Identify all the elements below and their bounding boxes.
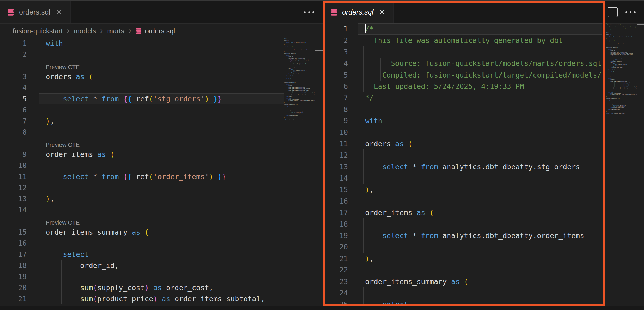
code-row[interactable]: 14 <box>323 172 602 184</box>
code-row[interactable]: 7*/ <box>323 92 602 103</box>
code-row[interactable]: 14 <box>0 204 284 216</box>
code-line: with <box>358 115 602 126</box>
line-number: 12 <box>0 182 39 193</box>
code-row[interactable]: 19 select * from analytics.dbt_dbeatty.o… <box>323 230 602 241</box>
code-line: order_items as ( <box>39 149 284 160</box>
code-row[interactable]: 16 <box>323 195 602 207</box>
code-row[interactable]: 12 <box>0 182 284 193</box>
code-row[interactable]: 19 <box>0 271 284 282</box>
line-number: 13 <box>323 161 358 172</box>
code-row[interactable]: 22 <box>323 264 602 276</box>
split-editor-icon[interactable] <box>608 7 618 17</box>
line-number: 21 <box>0 293 39 304</box>
code-line <box>358 287 602 299</box>
code-row[interactable]: 6 Last updated: 5/24/2025, 4:19:33 PM <box>323 81 602 92</box>
code-row[interactable]: 15), <box>323 184 602 195</box>
line-number: 10 <box>323 127 358 138</box>
code-row[interactable]: 10 <box>0 160 284 171</box>
code-line <box>358 241 602 253</box>
code-row[interactable]: 11orders as ( <box>323 138 602 149</box>
breadcrumb-item-fusion-quickstart[interactable]: fusion-quickstart <box>13 27 63 35</box>
code-row[interactable]: 20 sum(supply_cost) as order_cost, <box>0 282 284 293</box>
line-number: 1 <box>323 23 358 35</box>
code-row[interactable]: 24 <box>323 287 602 299</box>
code-row[interactable]: 23order_items_summary as ( <box>323 276 602 287</box>
code-row[interactable]: 13), <box>0 193 284 204</box>
line-number: 7 <box>323 92 358 103</box>
line-number: 19 <box>0 271 39 282</box>
code-row[interactable]: 2 <box>0 49 284 60</box>
code-row[interactable]: 18 <box>323 218 602 230</box>
close-icon[interactable]: ✕ <box>55 8 64 17</box>
code-row[interactable]: 7), <box>0 116 284 127</box>
chevron-right-icon: › <box>100 26 103 34</box>
code-row[interactable]: 1with <box>0 38 284 49</box>
code-row[interactable]: 3orders as ( <box>0 71 284 82</box>
code-row[interactable]: 11 select * from {{ ref('order_items') }… <box>0 171 284 182</box>
code-row[interactable]: 13 select * from analytics.dbt_dbeatty.s… <box>323 161 602 172</box>
code-line: select * from {{ ref('order_items') }} <box>39 171 284 182</box>
tab-orders-sql-preview[interactable]: orders.sql ✕ <box>323 1 394 23</box>
code-row[interactable]: 21 sum(product_price) as order_items_sub… <box>0 293 284 304</box>
code-line <box>39 271 284 282</box>
code-line <box>358 127 602 138</box>
line-number: 21 <box>323 253 358 264</box>
code-row[interactable]: 17 select <box>0 249 284 260</box>
code-line: ), <box>358 253 602 264</box>
code-row[interactable]: 3 <box>323 46 602 58</box>
line-number: 12 <box>323 149 358 161</box>
breadcrumb-item-file[interactable]: orders.sql <box>135 27 175 35</box>
window-bottom-edge <box>0 306 644 310</box>
overview-ruler[interactable] <box>315 38 323 306</box>
code-editor-source[interactable]: 1with2Preview CTE3orders as (45 select *… <box>0 38 284 307</box>
code-lens[interactable]: Preview CTE <box>0 60 284 71</box>
code-line <box>358 46 602 58</box>
code-row[interactable]: 5 Compiled: fusion-quickstart/target/com… <box>323 69 602 81</box>
more-actions-icon[interactable] <box>304 11 314 13</box>
code-line <box>39 49 284 60</box>
code-row[interactable]: 1/* <box>323 23 602 35</box>
code-row[interactable]: 20 <box>323 241 602 253</box>
code-row[interactable]: 10 <box>323 127 602 138</box>
code-line <box>39 127 284 138</box>
code-row[interactable]: 5 select * from {{ ref('stg_orders') }} <box>0 93 284 104</box>
line-number: 8 <box>0 127 39 138</box>
code-lens[interactable]: Preview CTE <box>0 216 284 227</box>
code-row[interactable]: 16 <box>0 238 284 249</box>
code-row[interactable]: 9order_items as ( <box>0 149 284 160</box>
code-row[interactable]: 8 <box>0 127 284 138</box>
tab-label: orders.sql <box>342 8 374 16</box>
code-row[interactable]: 15order_items_summary as ( <box>0 227 284 238</box>
code-row[interactable]: 21), <box>323 253 602 264</box>
code-row[interactable]: 2 This file was automatically generated … <box>323 35 602 46</box>
minimap[interactable]: with orders as ( select * from {{ ref('s… <box>284 38 315 307</box>
cursor-position-marker <box>637 24 644 25</box>
vscode-window: orders.sql ✕ fusion-quickstart›models›ma… <box>0 0 644 310</box>
tab-orders-sql-source[interactable]: orders.sql ✕ <box>0 1 71 23</box>
code-line: order_id, <box>39 260 284 271</box>
code-lens[interactable]: Preview CTE <box>0 138 284 149</box>
code-row[interactable]: 12 <box>323 149 602 161</box>
line-number: 5 <box>323 69 358 81</box>
code-row[interactable]: 8 <box>323 104 602 115</box>
line-number: 3 <box>0 71 39 82</box>
code-line <box>358 104 602 115</box>
code-row[interactable]: 9with <box>323 115 602 126</box>
code-editor-preview[interactable]: 1/*2 This file was automatically generat… <box>323 23 602 310</box>
line-number: 18 <box>323 218 358 230</box>
code-line <box>39 160 284 171</box>
close-icon[interactable]: ✕ <box>378 8 387 17</box>
code-row[interactable]: 18 order_id, <box>0 260 284 271</box>
minimap[interactable]: /* This file was automatically generated… <box>606 23 637 304</box>
code-row[interactable]: 17order_items as ( <box>323 207 602 218</box>
code-row[interactable]: 6 <box>0 104 284 116</box>
code-row[interactable]: 4 <box>0 82 284 93</box>
more-actions-icon[interactable] <box>625 11 636 13</box>
breadcrumb-item-marts[interactable]: marts <box>107 27 124 35</box>
code-row[interactable]: 4 Source: fusion-quickstart/models/marts… <box>323 58 602 69</box>
code-line: This file was automatically generated by… <box>358 35 602 46</box>
line-number: 16 <box>0 238 39 249</box>
breadcrumb-item-models[interactable]: models <box>74 27 96 35</box>
line-number: 15 <box>0 227 39 238</box>
overview-ruler[interactable] <box>637 23 644 304</box>
